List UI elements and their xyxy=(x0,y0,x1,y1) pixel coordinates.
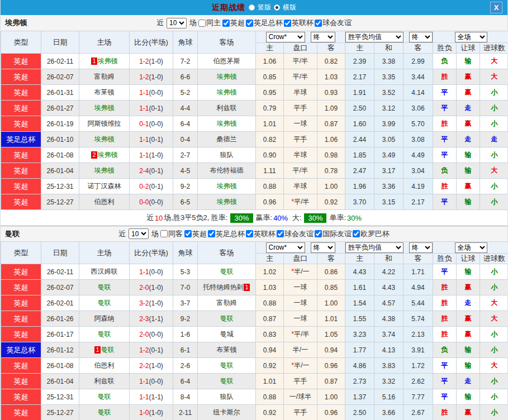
handicap-cell: 一球 xyxy=(284,280,317,295)
handicap-text: 平/半 xyxy=(293,57,308,65)
match-date: 26-01-27 xyxy=(41,101,79,116)
col-score: 比分(半场) xyxy=(130,31,173,54)
match-date: 26-01-08 xyxy=(41,358,79,374)
score-halftime: (0-0) xyxy=(149,268,163,276)
scope-select[interactable]: 全场 xyxy=(455,242,487,253)
corners-cell: 4-5 xyxy=(173,163,198,179)
league-checkbox-input[interactable] xyxy=(315,20,322,27)
match-row: 英超26-02-111埃弗顿1-2(1-0)7-2伯恩茅斯1.06平/半0.82… xyxy=(1,54,508,69)
recent-count-select[interactable]: 10 xyxy=(167,18,187,28)
match-date: 25-12-27 xyxy=(41,194,79,210)
handicap-result-cell: 输 xyxy=(457,264,480,280)
corners-cell: 6-6 xyxy=(173,69,198,85)
same-home-checkbox-input[interactable] xyxy=(198,20,206,27)
result-cell: 平 xyxy=(433,101,457,116)
horizontal-layout-label: 横版 xyxy=(283,3,296,12)
odds-final-select[interactable]: 终 xyxy=(311,242,335,253)
score-fulltime: 1-1 xyxy=(139,104,149,112)
avg-draw-cell: 3.66 xyxy=(374,405,403,420)
section-bar-manutd: 曼联 近 10 场 同客 英超英足总杯英联杯球会友谊国际友谊欧罗巴杯 xyxy=(1,226,507,241)
league-checkbox-input[interactable] xyxy=(246,20,253,27)
home-team-cell: 阿森纳 xyxy=(79,311,130,327)
league-filter[interactable]: 国际友谊 xyxy=(315,229,352,239)
league-filter[interactable]: 英足总杯 xyxy=(246,18,283,28)
bookmaker-select[interactable]: Crow* xyxy=(266,32,305,42)
same-away-checkbox-input[interactable] xyxy=(160,230,168,237)
league-checkbox-input[interactable] xyxy=(208,230,215,237)
away-team-cell: 纽卡斯尔 xyxy=(198,405,256,420)
league-filter[interactable]: 英足总杯 xyxy=(208,229,245,239)
recent-count-select[interactable]: 10 xyxy=(129,228,149,239)
corners-cell: 6-4 xyxy=(173,374,198,389)
col-date: 日期 xyxy=(41,31,79,54)
bookmaker-select[interactable]: Crow* xyxy=(266,242,305,253)
result-text: 负 xyxy=(441,57,448,65)
odds-select-group: Crow* 终 xyxy=(256,242,345,254)
avg-select[interactable]: 胜平负均值 xyxy=(345,242,403,253)
league-checkbox-input[interactable] xyxy=(315,230,322,237)
score-halftime: (0-0) xyxy=(149,378,163,385)
avg-away-cell: 4.94 xyxy=(403,280,433,295)
competition-badge: 英超 xyxy=(1,101,41,116)
league-checkbox-list: 英超英足总杯英联杯球会友谊 xyxy=(222,18,352,28)
away-team-cell: 桑德兰 xyxy=(198,132,256,147)
avg-home-cell: 2.50 xyxy=(345,405,374,420)
home-team-cell: 阿斯顿维拉 xyxy=(79,116,130,132)
team-name: 埃弗顿 xyxy=(217,73,237,80)
score-halftime: (0-1) xyxy=(149,183,163,190)
goals-cell: 小 xyxy=(480,264,508,280)
close-button[interactable]: X xyxy=(490,2,502,13)
league-filter[interactable]: 欧罗巴杯 xyxy=(353,229,390,239)
handicap-result-text: 输 xyxy=(465,393,472,400)
team-name: 诺丁汉森林 xyxy=(88,182,121,190)
league-checkbox-input[interactable] xyxy=(246,230,253,237)
league-checkbox-input[interactable] xyxy=(284,20,291,27)
league-filter[interactable]: 球会友谊 xyxy=(315,18,352,28)
col-avg-draw: 和 xyxy=(374,43,403,54)
competition-badge: 英超 xyxy=(1,374,41,389)
league-filter[interactable]: 球会友谊 xyxy=(277,229,314,239)
horizontal-layout-radio[interactable] xyxy=(274,4,280,11)
competition-badge: 英足总杯 xyxy=(1,132,41,147)
team-name: 曼联 xyxy=(98,299,111,307)
handicap-result-text: 赢 xyxy=(465,330,472,338)
league-checkbox-input[interactable] xyxy=(277,230,284,237)
match-date: 26-01-26 xyxy=(41,311,79,327)
score-cell: 1-1(0-0) xyxy=(130,264,173,280)
league-checkbox-input[interactable] xyxy=(353,230,360,237)
same-venue-checkbox[interactable]: 同客 xyxy=(160,229,183,239)
scope-select[interactable]: 全场 xyxy=(455,32,487,42)
avg-final-select[interactable]: 终 xyxy=(409,242,433,253)
odds-away-cell: 0.96 xyxy=(317,405,345,420)
score-cell: 0-2(0-1) xyxy=(130,179,173,194)
avg-draw-cell: 4.38 xyxy=(374,311,403,327)
avg-away-cell: 4.49 xyxy=(403,147,433,163)
avg-final-select[interactable]: 终 xyxy=(409,32,433,42)
avg-away-cell: 7.77 xyxy=(403,389,433,405)
odds-away-cell: 0.94 xyxy=(317,342,345,358)
league-filter[interactable]: 英联杯 xyxy=(284,18,314,28)
vertical-layout-radio[interactable] xyxy=(249,4,255,11)
league-filter[interactable]: 英超 xyxy=(184,229,207,239)
goals-cell: 小 xyxy=(480,179,508,194)
match-row: 英超26-01-27埃弗顿1-1(0-1)4-4利兹联0.79平手1.092.5… xyxy=(1,101,508,116)
avg-away-cell: 2.13 xyxy=(403,327,433,342)
result-cell: 负 xyxy=(433,342,457,358)
corners-cell: 9-2 xyxy=(173,311,198,327)
league-checkbox-input[interactable] xyxy=(222,20,230,27)
handicap-cell: 半/一 xyxy=(284,342,317,358)
league-checkbox-input[interactable] xyxy=(184,230,192,237)
result-text: 平 xyxy=(441,377,448,385)
league-filter[interactable]: 英联杯 xyxy=(246,229,276,239)
avg-select[interactable]: 胜平负均值 xyxy=(345,32,403,42)
col-home: 主场 xyxy=(79,31,130,54)
avg-away-cell: 5.74 xyxy=(403,311,433,327)
result-text: 胜 xyxy=(441,314,448,322)
score-fulltime: 1-1 xyxy=(139,89,149,97)
odds-final-select[interactable]: 终 xyxy=(311,32,335,42)
handicap-text: 一球 xyxy=(294,120,307,127)
league-filter[interactable]: 英超 xyxy=(222,18,245,28)
team-name: 富勒姆 xyxy=(217,299,237,307)
same-venue-checkbox[interactable]: 同主 xyxy=(198,18,221,28)
competition-badge: 英超 xyxy=(1,116,41,132)
